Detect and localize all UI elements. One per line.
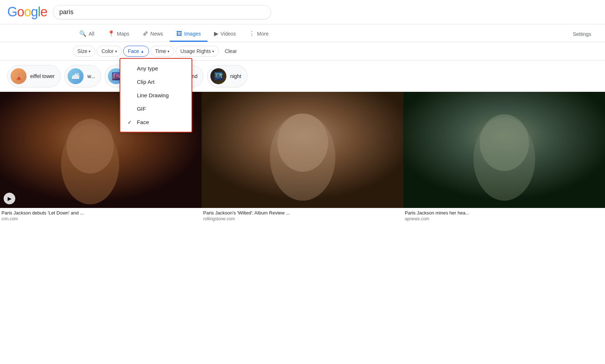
face-arrow-icon: ▲ — [141, 49, 144, 53]
search-icon: 🔍 — [79, 30, 86, 37]
google-logo[interactable]: Google — [7, 4, 47, 20]
maps-icon: 📍 — [108, 30, 115, 37]
tab-news-label: News — [150, 31, 163, 37]
tab-news[interactable]: 🗞 News — [136, 27, 170, 42]
image-grid: ▶ Paris Jackson debuts 'Let Down' and ..… — [0, 92, 605, 224]
svg-rect-7 — [202, 92, 403, 208]
header: Google paris — [0, 0, 605, 24]
check-gif — [128, 106, 133, 112]
image-caption-2: Paris Jackson's 'Wilted': Album Review .… — [202, 208, 403, 216]
tab-more[interactable]: ⋮ More — [242, 26, 275, 42]
search-query: paris — [59, 8, 73, 16]
tab-images[interactable]: 🖼 Images — [170, 27, 207, 42]
check-face: ✓ — [128, 119, 133, 125]
image-card-2[interactable]: Paris Jackson's 'Wilted': Album Review .… — [202, 92, 403, 224]
clear-button[interactable]: Clear — [220, 46, 241, 56]
dropdown-label-line-drawing: Line Drawing — [137, 92, 169, 98]
chip-w-label: w... — [87, 73, 95, 79]
face-dropdown-menu: Any type Clip Art Line Drawing GIF ✓ Fac… — [120, 58, 192, 132]
size-filter[interactable]: Size ▾ — [73, 46, 95, 57]
check-any-type — [128, 66, 133, 71]
clear-label: Clear — [225, 48, 237, 54]
news-icon: 🗞 — [142, 30, 148, 37]
face-filter-wrapper: Face ▲ Any type Clip Art Line Drawing GI… — [123, 46, 149, 57]
dropdown-item-gif[interactable]: GIF — [120, 102, 191, 115]
suggestion-chips: 🗼 eiffel tower 🏙 w... 🌆 rance 🏰 disneyla… — [0, 61, 605, 92]
color-arrow-icon: ▾ — [115, 49, 117, 53]
face-filter[interactable]: Face ▲ — [123, 46, 149, 57]
chip-night-icon: 🌃 — [210, 68, 226, 84]
dropdown-label-clip-art: Clip Art — [137, 79, 154, 85]
tab-videos-label: Videos — [221, 31, 236, 37]
dropdown-label-any-type: Any type — [137, 65, 158, 71]
usage-rights-label: Usage Rights — [180, 48, 211, 54]
size-label: Size — [77, 48, 87, 54]
dropdown-item-line-drawing[interactable]: Line Drawing — [120, 89, 191, 102]
videos-icon: ▶ — [214, 30, 218, 37]
chip-eiffel-tower[interactable]: 🗼 eiffel tower — [7, 65, 61, 87]
image-col-2: Paris Jackson's 'Wilted': Album Review .… — [202, 92, 403, 224]
image-caption-3: Paris Jackson mines her hea... — [403, 208, 605, 216]
play-button[interactable]: ▶ — [4, 193, 15, 204]
tab-all-label: All — [89, 31, 94, 37]
image-card-3[interactable]: Paris Jackson mines her hea... apnews.co… — [403, 92, 605, 224]
tab-maps-label: Maps — [117, 31, 129, 37]
tab-all[interactable]: 🔍 All — [73, 26, 101, 42]
time-arrow-icon: ▾ — [168, 49, 169, 53]
chip-city-icon: 🏙 — [68, 68, 84, 84]
image-source-3: apnews.com — [403, 216, 605, 224]
image-placeholder-2 — [202, 92, 403, 208]
dropdown-label-face: Face — [137, 119, 149, 125]
settings-tab[interactable]: Settings — [566, 28, 598, 41]
image-col-3: Paris Jackson mines her hea... apnews.co… — [403, 92, 605, 224]
time-label: Time — [155, 48, 166, 54]
usage-rights-arrow-icon: ▾ — [212, 49, 214, 53]
dropdown-item-clip-art[interactable]: Clip Art — [120, 75, 191, 89]
filter-bar: Size ▾ Color ▾ Face ▲ Any type Clip Art … — [0, 42, 605, 61]
tab-more-label: More — [257, 31, 269, 37]
images-icon: 🖼 — [176, 30, 182, 37]
image-svg-2 — [202, 92, 403, 208]
color-label: Color — [101, 48, 113, 54]
tab-images-label: Images — [184, 31, 201, 37]
chip-night[interactable]: 🌃 night — [207, 65, 247, 87]
tab-videos[interactable]: ▶ Videos — [207, 26, 243, 42]
image-placeholder-3 — [403, 92, 605, 208]
dropdown-item-any-type[interactable]: Any type — [120, 62, 191, 75]
settings-label: Settings — [573, 31, 591, 37]
image-svg-3 — [403, 92, 605, 208]
tab-maps[interactable]: 📍 Maps — [101, 26, 136, 42]
usage-rights-filter[interactable]: Usage Rights ▾ — [176, 46, 219, 57]
chip-eiffel-icon: 🗼 — [11, 68, 27, 84]
color-filter[interactable]: Color ▾ — [97, 46, 121, 57]
more-dots-icon: ⋮ — [249, 30, 255, 37]
size-arrow-icon: ▾ — [89, 49, 90, 53]
check-clip-art — [128, 79, 133, 85]
chip-night-label: night — [230, 73, 241, 79]
svg-rect-11 — [403, 92, 605, 208]
image-source-2: rollingstone.com — [202, 216, 403, 224]
image-caption-1: Paris Jackson debuts 'Let Down' and ... — [0, 208, 202, 216]
chip-w[interactable]: 🏙 w... — [64, 65, 101, 87]
time-filter[interactable]: Time ▾ — [150, 46, 174, 57]
dropdown-item-face[interactable]: ✓ Face — [120, 115, 191, 129]
search-bar[interactable]: paris — [53, 5, 271, 19]
nav-tabs: 🔍 All 📍 Maps 🗞 News 🖼 Images ▶ Videos ⋮ … — [0, 24, 605, 42]
dropdown-label-gif: GIF — [137, 106, 146, 112]
chip-eiffel-label: eiffel tower — [30, 73, 55, 79]
check-line-drawing — [128, 93, 133, 98]
image-source-1: cnn.com — [0, 216, 202, 224]
face-label: Face — [128, 48, 139, 54]
